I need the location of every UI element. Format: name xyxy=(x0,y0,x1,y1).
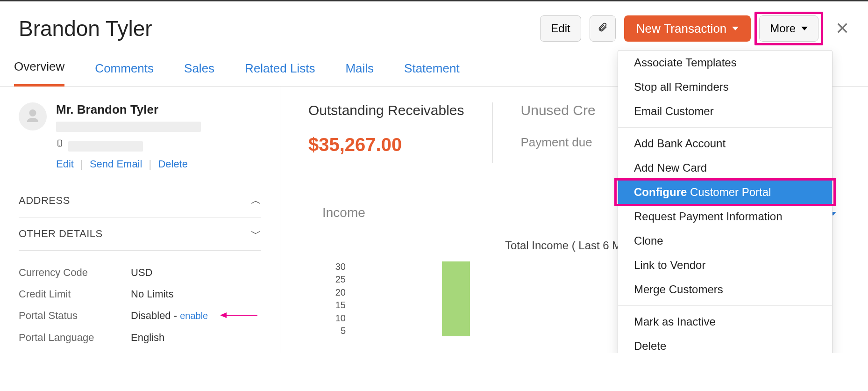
y-tick: 10 xyxy=(308,313,346,324)
section-address[interactable]: ADDRESS ︿ xyxy=(19,184,261,217)
divider xyxy=(492,102,493,163)
chart-bar xyxy=(442,261,470,336)
contact-send-email-link[interactable]: Send Email xyxy=(90,158,142,170)
edit-button[interactable]: Edit xyxy=(540,15,581,42)
tab-comments[interactable]: Comments xyxy=(95,53,154,86)
attach-button[interactable] xyxy=(590,15,616,42)
svg-marker-3 xyxy=(220,312,227,318)
detail-label: Credit Limit xyxy=(19,288,131,300)
caret-down-icon xyxy=(801,27,808,30)
portal-enable-link[interactable]: enable xyxy=(180,311,208,321)
contact-delete-link[interactable]: Delete xyxy=(158,158,188,170)
detail-value: No Limits xyxy=(131,288,174,300)
more-label: More xyxy=(770,22,796,35)
payment-due-label: Payment due xyxy=(521,135,596,150)
y-tick: 5 xyxy=(308,326,346,336)
separator: | xyxy=(149,158,152,170)
section-other-details[interactable]: OTHER DETAILS ﹀ xyxy=(19,217,261,251)
redacted-email xyxy=(56,122,201,132)
close-icon: ✕ xyxy=(835,19,849,38)
portal-status-text: Disabled - xyxy=(131,310,180,321)
detail-row-currency: Currency Code USD xyxy=(19,262,261,283)
menu-add-bank-account[interactable]: Add Bank Account xyxy=(618,131,832,156)
new-transaction-label: New Transaction xyxy=(636,22,727,36)
detail-value: English xyxy=(131,332,164,344)
y-tick: 25 xyxy=(308,274,346,285)
more-button[interactable]: More xyxy=(759,15,818,42)
chevron-up-icon: ︿ xyxy=(251,194,261,208)
section-title: OTHER DETAILS xyxy=(19,228,103,240)
separator: | xyxy=(80,158,83,170)
detail-label: Currency Code xyxy=(19,267,131,279)
y-tick: 30 xyxy=(308,261,346,272)
detail-label: Portal Status xyxy=(19,310,131,322)
tab-sales[interactable]: Sales xyxy=(184,53,214,86)
close-button[interactable]: ✕ xyxy=(835,20,849,37)
receivables-title: Outstanding Receivables xyxy=(308,102,464,118)
menu-separator xyxy=(618,127,832,128)
menu-link-to-vendor[interactable]: Link to Vendor xyxy=(618,253,832,277)
detail-value: USD xyxy=(131,267,152,279)
menu-clone[interactable]: Clone xyxy=(618,229,832,253)
more-menu: Associate Templates Stop all Reminders E… xyxy=(618,50,832,353)
y-tick: 15 xyxy=(308,300,346,311)
y-tick: 20 xyxy=(308,287,346,298)
receivables-amount: $35,267.00 xyxy=(308,134,464,155)
menu-add-new-card[interactable]: Add New Card xyxy=(618,156,832,180)
menu-associate-templates[interactable]: Associate Templates xyxy=(618,51,832,75)
menu-label-bold: Configure xyxy=(634,186,687,198)
contact-name: Mr. Brandon Tyler xyxy=(56,102,261,117)
menu-merge-customers[interactable]: Merge Customers xyxy=(618,277,832,302)
caret-down-icon xyxy=(732,27,739,30)
menu-configure-customer-portal[interactable]: Configure Customer Portal xyxy=(618,180,832,204)
tab-mails[interactable]: Mails xyxy=(345,53,374,86)
menu-stop-reminders[interactable]: Stop all Reminders xyxy=(618,75,832,99)
menu-label-rest: Customer Portal xyxy=(687,186,771,198)
section-title: ADDRESS xyxy=(19,195,70,207)
tab-related-lists[interactable]: Related Lists xyxy=(245,53,315,86)
detail-row-portal-language: Portal Language English xyxy=(19,327,261,348)
person-icon xyxy=(24,108,41,125)
tab-overview[interactable]: Overview xyxy=(14,51,64,87)
detail-label: Portal Language xyxy=(19,332,131,344)
unused-credits-title: Unused Cre xyxy=(521,102,596,118)
menu-delete[interactable]: Delete xyxy=(618,334,832,353)
contact-edit-link[interactable]: Edit xyxy=(56,158,74,170)
menu-separator xyxy=(618,305,832,306)
annotation-arrow-icon xyxy=(220,310,257,322)
paperclip-icon xyxy=(598,21,608,36)
menu-email-customer[interactable]: Email Customer xyxy=(618,99,832,123)
phone-icon xyxy=(56,138,64,151)
new-transaction-button[interactable]: New Transaction xyxy=(624,15,751,42)
detail-row-credit-limit: Credit Limit No Limits xyxy=(19,283,261,305)
avatar xyxy=(19,102,47,130)
menu-request-payment-info[interactable]: Request Payment Information xyxy=(618,204,832,229)
detail-row-portal-status: Portal Status Disabled - enable xyxy=(19,305,261,327)
tab-statement[interactable]: Statement xyxy=(404,53,460,86)
detail-value: Disabled - enable xyxy=(131,310,257,322)
page-title: Brandon Tyler xyxy=(19,16,540,41)
redacted-phone xyxy=(68,141,143,152)
chevron-down-icon: ﹀ xyxy=(251,227,261,241)
menu-mark-inactive[interactable]: Mark as Inactive xyxy=(618,310,832,334)
